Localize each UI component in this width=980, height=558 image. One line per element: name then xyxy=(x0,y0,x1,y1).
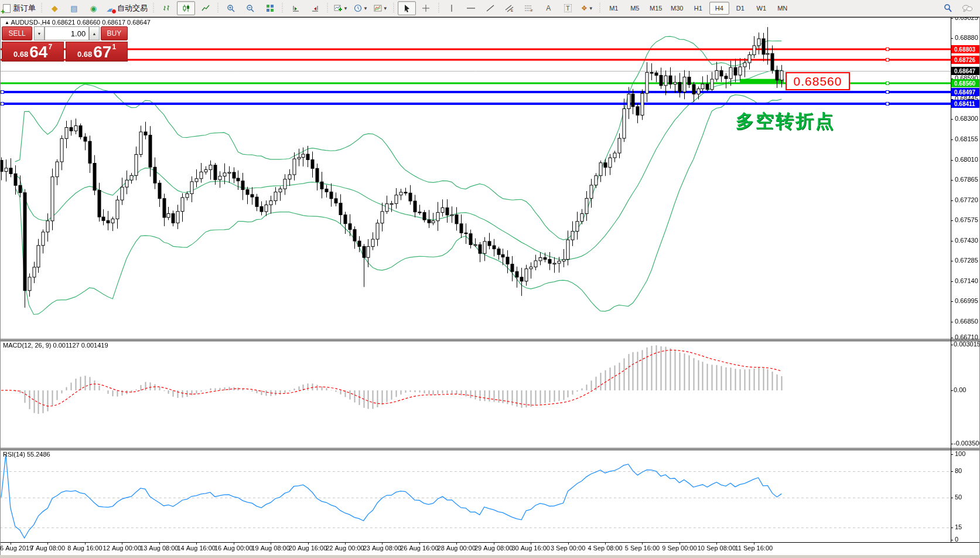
volume-increase-button[interactable]: ▲ xyxy=(89,26,99,40)
volume-input[interactable]: 1.00 xyxy=(45,26,90,40)
navigator-button[interactable]: ▤ xyxy=(65,1,83,15)
svg-text:F: F xyxy=(531,9,533,12)
crosshair-button[interactable] xyxy=(417,1,435,15)
autotrading-icon: ☁ xyxy=(106,4,115,13)
market-watch-button[interactable]: ◆ xyxy=(46,1,64,15)
periods-clock-icon xyxy=(354,4,362,12)
chart-shift-button[interactable] xyxy=(306,1,324,15)
buy-price-pip: 1 xyxy=(112,43,116,50)
zoom-out-icon xyxy=(246,4,255,13)
dropdown-caret-icon: ▼ xyxy=(383,6,388,11)
signals-button[interactable]: ◉ xyxy=(84,1,103,15)
timeframe-h1-button[interactable]: H1 xyxy=(688,2,708,15)
macd-indicator-label: MACD(12, 26, 9) 0.001127 0.001419 xyxy=(3,342,108,349)
buy-price-big: 67 xyxy=(93,45,111,60)
search-button[interactable] xyxy=(938,1,957,15)
crosshair-icon xyxy=(422,4,430,12)
one-click-trading-panel: SELL ▼ 1.00 ▲ BUY 0.68 64 7 0.68 67 1 xyxy=(2,26,128,62)
statusbar-strip xyxy=(0,555,980,558)
timeframe-h4-button[interactable]: H4 xyxy=(709,2,729,15)
timeframe-w1-button[interactable]: W1 xyxy=(752,2,771,15)
price-level-annotation[interactable]: 0.68560 xyxy=(786,72,850,90)
symbol-info-text: AUDUSD-,H4 0.68621 0.68660 0.68617 0.686… xyxy=(11,19,151,26)
tile-windows-icon xyxy=(266,4,274,12)
candlestick-chart-button[interactable] xyxy=(177,1,195,15)
buy-price-panel[interactable]: 0.68 67 1 xyxy=(66,42,128,62)
sell-button[interactable]: SELL xyxy=(2,26,32,40)
zoom-out-button[interactable] xyxy=(241,1,259,15)
tile-windows-button[interactable] xyxy=(261,1,279,15)
navigator-icon: ▤ xyxy=(70,4,77,13)
cursor-icon xyxy=(403,4,411,12)
toolbar: + 新订单 ◆ ▤ ◉ ☁ 自动交易 ▼ xyxy=(0,0,980,17)
chart-shift-icon xyxy=(311,4,319,12)
symbol-collapse-icon[interactable]: ▲ xyxy=(5,20,9,25)
turning-point-annotation[interactable]: 多空转折点 xyxy=(736,109,835,134)
toolbar-grip xyxy=(281,3,285,13)
new-order-button[interactable]: + 新订单 xyxy=(1,1,38,15)
autotrading-button[interactable]: ☁ 自动交易 xyxy=(104,1,150,15)
sell-price-pip: 7 xyxy=(48,43,52,50)
timeframe-m15-button[interactable]: M15 xyxy=(646,2,666,15)
sell-price-big: 64 xyxy=(29,45,47,60)
bar-chart-icon xyxy=(163,4,171,12)
indicators-icon xyxy=(334,4,342,12)
horizontal-line-icon xyxy=(466,4,476,12)
symbol-info: ▲ AUDUSD-,H4 0.68621 0.68660 0.68617 0.6… xyxy=(5,19,151,26)
line-chart-icon xyxy=(202,4,210,12)
signals-icon: ◉ xyxy=(90,4,97,13)
zoom-in-icon xyxy=(227,4,235,13)
timeframe-m30-button[interactable]: M30 xyxy=(667,2,687,15)
templates-button[interactable]: ▼ xyxy=(371,1,390,15)
text-button[interactable]: A xyxy=(539,1,558,15)
auto-scroll-button[interactable] xyxy=(286,1,305,15)
dropdown-caret-icon: ▼ xyxy=(363,6,368,11)
dropdown-caret-icon: ▼ xyxy=(343,6,348,11)
toolbar-grip xyxy=(392,3,396,13)
text-icon: A xyxy=(546,4,551,12)
text-label-button[interactable]: T xyxy=(559,1,577,15)
trendline-icon xyxy=(486,4,494,12)
chat-icon xyxy=(962,4,972,13)
line-chart-button[interactable] xyxy=(196,1,214,15)
buy-price-prefix: 0.68 xyxy=(77,49,92,60)
svg-text:E: E xyxy=(511,9,513,12)
buy-button[interactable]: BUY xyxy=(101,26,128,40)
text-label-icon: T xyxy=(564,4,572,12)
sell-price-panel[interactable]: 0.68 64 7 xyxy=(2,42,64,62)
zoom-in-button[interactable] xyxy=(222,1,240,15)
new-order-icon: + xyxy=(3,4,11,13)
auto-scroll-icon xyxy=(292,4,300,12)
chat-button[interactable] xyxy=(958,1,976,15)
templates-icon xyxy=(374,4,382,12)
fibonacci-button[interactable]: F xyxy=(520,1,538,15)
autotrading-label: 自动交易 xyxy=(117,3,148,13)
indicators-button[interactable]: ▼ xyxy=(332,1,350,15)
volume-decrease-button[interactable]: ▼ xyxy=(34,26,44,40)
cursor-button[interactable] xyxy=(398,1,416,15)
candlestick-chart-icon xyxy=(182,4,190,12)
toolbar-grip xyxy=(437,3,441,13)
equidistant-channel-button[interactable]: E xyxy=(501,1,519,15)
periods-button[interactable]: ▼ xyxy=(351,1,370,15)
dropdown-caret-icon: ▼ xyxy=(589,6,593,11)
new-order-label: 新订单 xyxy=(13,3,36,13)
timeframe-mn-button[interactable]: MN xyxy=(773,2,793,15)
arrows-button[interactable]: ❖ ▼ xyxy=(578,1,596,15)
trendline-button[interactable] xyxy=(482,1,500,15)
vertical-line-button[interactable] xyxy=(443,1,461,15)
rsi-indicator-label: RSI(14) 55.2486 xyxy=(3,451,50,458)
toolbar-grip xyxy=(216,3,220,13)
timeframe-m1-button[interactable]: M1 xyxy=(604,2,624,15)
market-watch-icon: ◆ xyxy=(52,4,58,13)
timeframe-group: M1M5M15M30H1H4D1W1MN xyxy=(603,2,793,15)
sell-price-prefix: 0.68 xyxy=(13,49,28,60)
timeframe-d1-button[interactable]: D1 xyxy=(730,2,750,15)
timeframe-m5-button[interactable]: M5 xyxy=(625,2,645,15)
toolbar-grip xyxy=(326,3,330,13)
search-icon xyxy=(943,4,952,13)
horizontal-line-button[interactable] xyxy=(462,1,480,15)
vertical-line-icon xyxy=(449,4,455,12)
bar-chart-button[interactable] xyxy=(158,1,176,15)
toolbar-grip xyxy=(152,3,156,13)
